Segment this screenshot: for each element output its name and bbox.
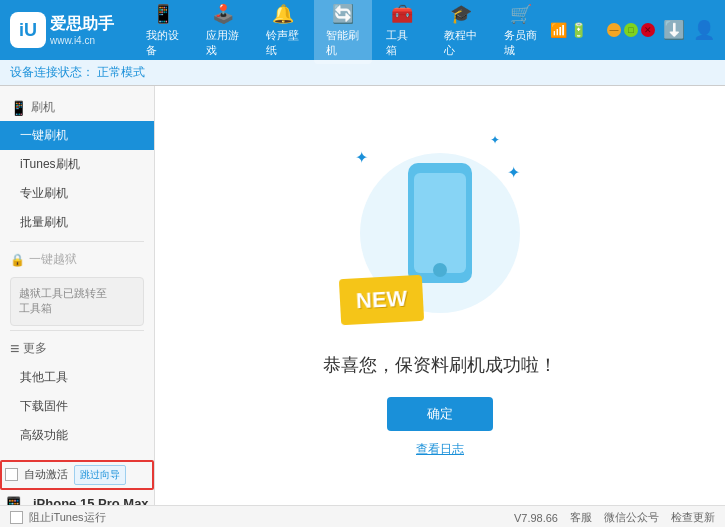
- divider-2: [10, 330, 144, 331]
- sidebar-jailbreak-title: 🔒 一键越狱: [0, 246, 154, 273]
- sidebar-item-advanced[interactable]: 高级功能: [0, 421, 154, 450]
- stop-itunes-checkbox[interactable]: [10, 511, 23, 524]
- nav-device-icon: 📱: [152, 3, 174, 25]
- sidebar-jailbreak-note: 越狱工具已跳转至工具箱: [10, 277, 144, 326]
- more-section-icon: ≡: [10, 340, 19, 358]
- minimize-button[interactable]: —: [607, 23, 621, 37]
- confirm-button[interactable]: 确定: [387, 397, 493, 431]
- nav-service[interactable]: 🛒 务员商城: [492, 0, 550, 64]
- sparkle-icon-2: ✦: [507, 163, 520, 182]
- device-phone-icon: 📱: [0, 496, 27, 505]
- battery-icon: 🔋: [570, 22, 587, 38]
- log-link[interactable]: 查看日志: [416, 441, 464, 458]
- status-value: 正常模式: [97, 65, 145, 79]
- check-update-link[interactable]: 检查更新: [671, 510, 715, 525]
- customer-service-link[interactable]: 客服: [570, 510, 592, 525]
- main-layout: 📱 刷机 一键刷机 iTunes刷机 专业刷机 批量刷机 🔒 一键越狱 越狱工具…: [0, 86, 725, 505]
- auto-activate-checkbox[interactable]: [5, 468, 18, 481]
- sidebar-section-flash: 📱 刷机 一键刷机 iTunes刷机 专业刷机 批量刷机: [0, 94, 154, 237]
- maximize-button[interactable]: □: [624, 23, 638, 37]
- sidebar-section-jailbreak: 🔒 一键越狱 越狱工具已跳转至工具箱: [0, 246, 154, 326]
- sidebar-item-itunes-flash[interactable]: iTunes刷机: [0, 150, 154, 179]
- nav-service-icon: 🛒: [510, 3, 532, 25]
- success-message: 恭喜您，保资料刷机成功啦！: [323, 353, 557, 377]
- nav-tutorial-icon: 🎓: [450, 3, 472, 25]
- auto-activate-label: 自动激活: [24, 467, 68, 482]
- nav-ringtone-icon: 🔔: [272, 3, 294, 25]
- window-controls: 📶 🔋: [550, 22, 587, 38]
- phone-illustration: ✦ ✦ ✦ NEW: [350, 133, 530, 333]
- nav-toolbox-icon: 🧰: [391, 3, 413, 25]
- logo-icon: iU: [10, 12, 46, 48]
- banner-text: NEW: [355, 286, 408, 315]
- guide-button[interactable]: 跳过向导: [74, 465, 126, 485]
- phone-body: [408, 163, 472, 283]
- sparkle-icon-3: ✦: [490, 133, 500, 147]
- logo: iU 爱思助手 www.i4.cn: [10, 12, 114, 48]
- header-right: 📶 🔋 — □ ✕ ⬇️ 👤: [550, 19, 715, 41]
- wechat-link[interactable]: 微信公众号: [604, 510, 659, 525]
- device-info: 📱 iPhone 15 Pro Max 512GB iPhone: [0, 496, 154, 505]
- lock-icon: 🔒: [10, 253, 25, 267]
- nav-bar: 📱 我的设备 🕹️ 应用游戏 🔔 铃声壁纸 🔄 智能刷机 🧰 工具箱 🎓 教程中…: [134, 0, 550, 64]
- sidebar-item-one-key-flash[interactable]: 一键刷机: [0, 121, 154, 150]
- bottom-bar: 阻止iTunes运行 V7.98.66 客服 微信公众号 检查更新: [0, 505, 725, 527]
- sidebar-item-pro-flash[interactable]: 专业刷机: [0, 179, 154, 208]
- stop-itunes-label: 阻止iTunes运行: [29, 510, 106, 525]
- nav-apps-games[interactable]: 🕹️ 应用游戏: [194, 0, 252, 64]
- nav-ringtone[interactable]: 🔔 铃声壁纸: [254, 0, 312, 64]
- phone-screen: [414, 173, 466, 273]
- wifi-icon: 📶: [550, 22, 567, 38]
- version-label: V7.98.66: [514, 512, 558, 524]
- divider-1: [10, 241, 144, 242]
- sparkle-icon-1: ✦: [355, 148, 368, 167]
- content-area: ✦ ✦ ✦ NEW 恭喜您，保资料刷机成功啦！ 确定 查看日志: [155, 86, 725, 505]
- nav-my-device[interactable]: 📱 我的设备: [134, 0, 192, 64]
- auto-activate-row: 自动激活 跳过向导: [0, 460, 154, 490]
- phone-home-button: [433, 263, 447, 277]
- user-icon[interactable]: 👤: [693, 19, 715, 41]
- flash-section-icon: 📱: [10, 100, 27, 116]
- nav-toolbox[interactable]: 🧰 工具箱: [374, 0, 430, 64]
- header: iU 爱思助手 www.i4.cn 📱 我的设备 🕹️ 应用游戏 🔔 铃声壁纸 …: [0, 0, 725, 60]
- status-bar: 设备连接状态： 正常模式: [0, 60, 725, 86]
- bottom-left: 阻止iTunes运行: [10, 510, 106, 525]
- sidebar: 📱 刷机 一键刷机 iTunes刷机 专业刷机 批量刷机 🔒 一键越狱 越狱工具…: [0, 86, 155, 505]
- sidebar-section-more: ≡ 更多 其他工具 下载固件 高级功能: [0, 335, 154, 450]
- nav-flash-icon: 🔄: [332, 3, 354, 25]
- sidebar-device-area: 自动激活 跳过向导 📱 iPhone 15 Pro Max 512GB iPho…: [0, 460, 154, 505]
- new-banner: NEW: [339, 275, 425, 325]
- status-prefix: 设备连接状态：: [10, 65, 94, 79]
- logo-text: 爱思助手 www.i4.cn: [50, 14, 114, 46]
- nav-smart-flash[interactable]: 🔄 智能刷机: [314, 0, 372, 64]
- sidebar-item-batch-flash[interactable]: 批量刷机: [0, 208, 154, 237]
- device-text: iPhone 15 Pro Max 512GB iPhone: [33, 496, 149, 505]
- nav-apps-icon: 🕹️: [212, 3, 234, 25]
- bottom-right: V7.98.66 客服 微信公众号 检查更新: [514, 510, 715, 525]
- download-icon[interactable]: ⬇️: [663, 19, 685, 41]
- sidebar-section-flash-title: 📱 刷机: [0, 94, 154, 121]
- sidebar-item-other-tools[interactable]: 其他工具: [0, 363, 154, 392]
- nav-tutorial[interactable]: 🎓 教程中心: [432, 0, 490, 64]
- sidebar-section-more-title: ≡ 更多: [0, 335, 154, 363]
- close-button[interactable]: ✕: [641, 23, 655, 37]
- sidebar-item-download-firmware[interactable]: 下载固件: [0, 392, 154, 421]
- device-name: iPhone 15 Pro Max: [33, 496, 149, 505]
